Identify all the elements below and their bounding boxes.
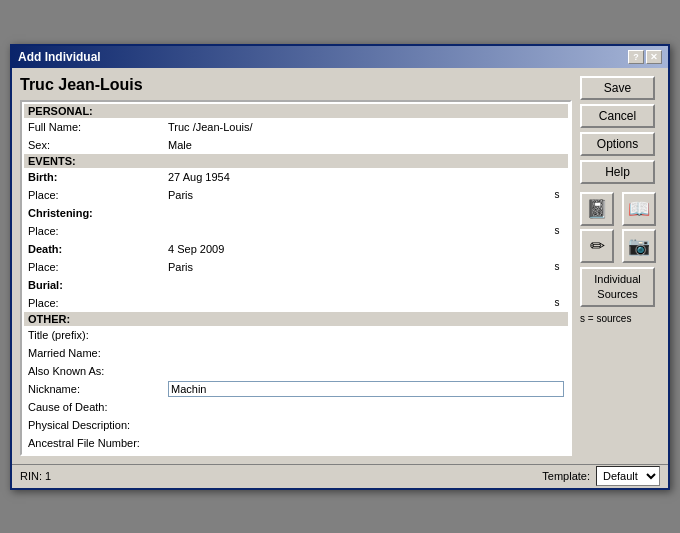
title-prefix-label: Title (prefix): (28, 329, 168, 341)
nickname-row: Nickname: (24, 380, 568, 398)
ancestral-file-row: Ancestral File Number: (24, 434, 568, 452)
aka-label: Also Known As: (28, 365, 168, 377)
sex-label: Sex: (28, 139, 168, 151)
right-panel: Save Cancel Options Help 📓 📖 ✏ 📷 Ind (580, 76, 660, 456)
cause-of-death-label: Cause of Death: (28, 401, 168, 413)
birth-place-value: Paris (168, 189, 550, 201)
cancel-button[interactable]: Cancel (580, 104, 655, 128)
events-section-header: EVENTS: (24, 154, 568, 168)
dialog-body: Truc Jean-Louis PERSONAL: Full Name: Tru… (12, 68, 668, 464)
title-bar-buttons: ? ✕ (628, 50, 662, 64)
left-panel: Truc Jean-Louis PERSONAL: Full Name: Tru… (20, 76, 572, 456)
cause-of-death-row: Cause of Death: (24, 398, 568, 416)
birth-label: Birth: (28, 171, 168, 183)
form-area: PERSONAL: Full Name: Truc /Jean-Louis/ S… (20, 100, 572, 456)
death-label: Death: (28, 243, 168, 255)
sex-value: Male (168, 139, 564, 151)
person-name: Truc Jean-Louis (20, 76, 572, 94)
death-row: Death: 4 Sep 2009 (24, 240, 568, 258)
death-place-row: Place: Paris s (24, 258, 568, 276)
camera-icon: 📷 (628, 235, 650, 257)
christening-label: Christening: (28, 207, 168, 219)
status-bar: RIN: 1 Template: Default Minimal Full (12, 464, 668, 488)
icon-buttons-group: 📓 📖 ✏ 📷 (580, 192, 660, 263)
fullname-row: Full Name: Truc /Jean-Louis/ (24, 118, 568, 136)
burial-place-label: Place: (28, 297, 168, 309)
close-title-btn[interactable]: ✕ (646, 50, 662, 64)
aka-row: Also Known As: (24, 362, 568, 380)
sex-row: Sex: Male (24, 136, 568, 154)
dialog-title: Add Individual (18, 50, 101, 64)
death-place-label: Place: (28, 261, 168, 273)
married-name-label: Married Name: (28, 347, 168, 359)
template-select[interactable]: Default Minimal Full (596, 466, 660, 486)
nickname-input[interactable] (168, 381, 564, 397)
title-prefix-row: Title (prefix): (24, 326, 568, 344)
burial-place-source[interactable]: s (550, 297, 564, 308)
personal-section-header: PERSONAL: (24, 104, 568, 118)
death-place-source[interactable]: s (550, 261, 564, 272)
birth-place-source[interactable]: s (550, 189, 564, 200)
christening-place-row: Place: s (24, 222, 568, 240)
other-section-header: OTHER: (24, 312, 568, 326)
add-individual-dialog: Add Individual ? ✕ Truc Jean-Louis PERSO… (10, 44, 670, 490)
camera-icon-button[interactable]: 📷 (622, 229, 656, 263)
birth-row: Birth: 27 Aug 1954 (24, 168, 568, 186)
help-title-btn[interactable]: ? (628, 50, 644, 64)
help-button[interactable]: Help (580, 160, 655, 184)
fullname-value: Truc /Jean-Louis/ (168, 121, 564, 133)
birth-place-row: Place: Paris s (24, 186, 568, 204)
options-button[interactable]: Options (580, 132, 655, 156)
physical-desc-row: Physical Description: (24, 416, 568, 434)
fullname-label: Full Name: (28, 121, 168, 133)
book-icon: 📖 (628, 198, 650, 220)
married-name-row: Married Name: (24, 344, 568, 362)
christening-place-source[interactable]: s (550, 225, 564, 236)
book-icon-button[interactable]: 📖 (622, 192, 656, 226)
notebook-icon: 📓 (586, 198, 608, 220)
burial-row: Burial: (24, 276, 568, 294)
christening-row: Christening: (24, 204, 568, 222)
pencil-icon-button[interactable]: ✏ (580, 229, 614, 263)
death-value: 4 Sep 2009 (168, 243, 564, 255)
individual-sources-button[interactable]: IndividualSources (580, 267, 655, 307)
christening-place-label: Place: (28, 225, 168, 237)
sources-legend: s = sources (580, 313, 660, 324)
rin-status: RIN: 1 (20, 470, 51, 482)
birth-place-label: Place: (28, 189, 168, 201)
nickname-label: Nickname: (28, 383, 168, 395)
burial-place-row: Place: s (24, 294, 568, 312)
birth-value: 27 Aug 1954 (168, 171, 564, 183)
ancestral-file-label: Ancestral File Number: (28, 437, 168, 449)
title-bar: Add Individual ? ✕ (12, 46, 668, 68)
form-scroll[interactable]: PERSONAL: Full Name: Truc /Jean-Louis/ S… (22, 102, 570, 454)
save-button[interactable]: Save (580, 76, 655, 100)
individual-sources-label: IndividualSources (594, 272, 640, 301)
pencil-icon: ✏ (590, 235, 605, 257)
burial-label: Burial: (28, 279, 168, 291)
physical-desc-label: Physical Description: (28, 419, 168, 431)
template-area: Template: Default Minimal Full (542, 466, 660, 486)
notebook-icon-button[interactable]: 📓 (580, 192, 614, 226)
template-label: Template: (542, 470, 590, 482)
death-place-value: Paris (168, 261, 550, 273)
